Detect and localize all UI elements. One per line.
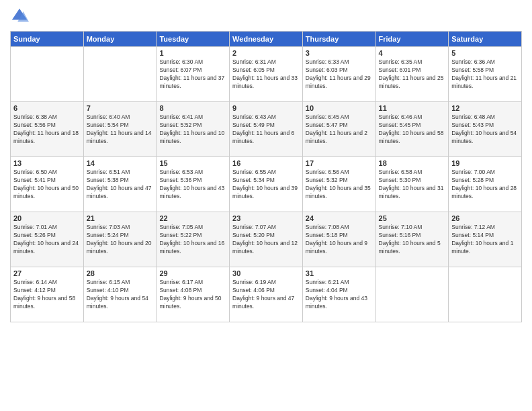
header-cell-monday: Monday: [83, 32, 157, 47]
cell-3-5: 25Sunrise: 7:10 AMSunset: 5:16 PMDayligh…: [375, 212, 449, 267]
cell-0-3: 2Sunrise: 6:31 AMSunset: 6:05 PMDaylight…: [230, 47, 303, 102]
day-number: 10: [306, 104, 373, 112]
cell-info: Sunrise: 7:03 AMSunset: 5:24 PMDaylight:…: [87, 224, 154, 256]
header-cell-sunday: Sunday: [11, 32, 84, 47]
cell-1-2: 8Sunrise: 6:41 AMSunset: 5:52 PMDaylight…: [157, 102, 230, 157]
logo: [10, 7, 32, 26]
header: [10, 7, 522, 26]
cell-3-0: 20Sunrise: 7:01 AMSunset: 5:26 PMDayligh…: [11, 212, 84, 267]
header-cell-saturday: Saturday: [449, 32, 522, 47]
cell-0-2: 1Sunrise: 6:30 AMSunset: 6:07 PMDaylight…: [157, 47, 230, 102]
cell-1-6: 12Sunrise: 6:48 AMSunset: 5:43 PMDayligh…: [449, 102, 522, 157]
cell-4-4: 31Sunrise: 6:21 AMSunset: 4:04 PMDayligh…: [302, 267, 375, 322]
page: SundayMondayTuesdayWednesdayThursdayFrid…: [0, 0, 532, 411]
day-number: 11: [379, 104, 446, 112]
day-number: 23: [232, 214, 300, 222]
cell-info: Sunrise: 6:53 AMSunset: 5:36 PMDaylight:…: [159, 169, 226, 201]
cell-1-5: 11Sunrise: 6:46 AMSunset: 5:45 PMDayligh…: [375, 102, 449, 157]
week-row-4: 27Sunrise: 6:14 AMSunset: 4:12 PMDayligh…: [11, 267, 522, 322]
day-number: 28: [87, 269, 154, 277]
day-number: 29: [159, 269, 226, 277]
day-number: 7: [87, 104, 154, 112]
cell-2-2: 15Sunrise: 6:53 AMSunset: 5:36 PMDayligh…: [157, 157, 230, 212]
cell-0-5: 4Sunrise: 6:35 AMSunset: 6:01 PMDaylight…: [375, 47, 449, 102]
day-number: 3: [306, 49, 373, 57]
cell-3-3: 23Sunrise: 7:07 AMSunset: 5:20 PMDayligh…: [230, 212, 303, 267]
cell-3-2: 22Sunrise: 7:05 AMSunset: 5:22 PMDayligh…: [157, 212, 230, 267]
cell-info: Sunrise: 7:00 AMSunset: 5:28 PMDaylight:…: [451, 169, 519, 201]
cell-info: Sunrise: 7:10 AMSunset: 5:16 PMDaylight:…: [379, 224, 446, 256]
cell-info: Sunrise: 7:08 AMSunset: 5:18 PMDaylight:…: [306, 224, 373, 256]
week-row-3: 20Sunrise: 7:01 AMSunset: 5:26 PMDayligh…: [11, 212, 522, 267]
cell-info: Sunrise: 6:43 AMSunset: 5:49 PMDaylight:…: [232, 113, 300, 146]
day-number: 18: [379, 159, 446, 167]
cell-info: Sunrise: 6:33 AMSunset: 6:03 PMDaylight:…: [306, 58, 373, 91]
day-number: 15: [159, 159, 226, 167]
cell-2-1: 14Sunrise: 6:51 AMSunset: 5:38 PMDayligh…: [83, 157, 157, 212]
cell-3-1: 21Sunrise: 7:03 AMSunset: 5:24 PMDayligh…: [83, 212, 157, 267]
cell-4-0: 27Sunrise: 6:14 AMSunset: 4:12 PMDayligh…: [11, 267, 84, 322]
cell-2-5: 18Sunrise: 6:58 AMSunset: 5:30 PMDayligh…: [375, 157, 449, 212]
day-number: 30: [232, 269, 300, 277]
cell-info: Sunrise: 6:31 AMSunset: 6:05 PMDaylight:…: [232, 58, 300, 91]
cell-info: Sunrise: 6:38 AMSunset: 5:56 PMDaylight:…: [13, 113, 81, 146]
cell-4-2: 29Sunrise: 6:17 AMSunset: 4:08 PMDayligh…: [157, 267, 230, 322]
cell-info: Sunrise: 6:14 AMSunset: 4:12 PMDaylight:…: [13, 279, 81, 311]
day-number: 9: [232, 104, 300, 112]
cell-info: Sunrise: 6:21 AMSunset: 4:04 PMDaylight:…: [306, 279, 373, 311]
logo-icon: [10, 7, 29, 26]
cell-0-1: [83, 47, 157, 102]
cell-4-1: 28Sunrise: 6:15 AMSunset: 4:10 PMDayligh…: [83, 267, 157, 322]
day-number: 22: [159, 214, 226, 222]
header-cell-friday: Friday: [375, 32, 449, 47]
day-number: 8: [159, 104, 226, 112]
day-number: 26: [451, 214, 519, 222]
day-number: 14: [87, 159, 154, 167]
cell-0-4: 3Sunrise: 6:33 AMSunset: 6:03 PMDaylight…: [302, 47, 375, 102]
header-cell-wednesday: Wednesday: [230, 32, 303, 47]
cell-info: Sunrise: 6:17 AMSunset: 4:08 PMDaylight:…: [159, 279, 226, 311]
cell-info: Sunrise: 6:46 AMSunset: 5:45 PMDaylight:…: [379, 113, 446, 146]
cell-1-3: 9Sunrise: 6:43 AMSunset: 5:49 PMDaylight…: [230, 102, 303, 157]
cell-info: Sunrise: 7:05 AMSunset: 5:22 PMDaylight:…: [159, 224, 226, 256]
cell-2-0: 13Sunrise: 6:50 AMSunset: 5:41 PMDayligh…: [11, 157, 84, 212]
cell-info: Sunrise: 6:36 AMSunset: 5:58 PMDaylight:…: [451, 58, 519, 91]
cell-info: Sunrise: 6:50 AMSunset: 5:41 PMDaylight:…: [13, 169, 81, 201]
cell-2-4: 17Sunrise: 6:56 AMSunset: 5:32 PMDayligh…: [302, 157, 375, 212]
day-number: 20: [13, 214, 81, 222]
cell-2-3: 16Sunrise: 6:55 AMSunset: 5:34 PMDayligh…: [230, 157, 303, 212]
cell-3-6: 26Sunrise: 7:12 AMSunset: 5:14 PMDayligh…: [449, 212, 522, 267]
cell-info: Sunrise: 6:35 AMSunset: 6:01 PMDaylight:…: [379, 58, 446, 91]
cell-1-0: 6Sunrise: 6:38 AMSunset: 5:56 PMDaylight…: [11, 102, 84, 157]
cell-info: Sunrise: 6:41 AMSunset: 5:52 PMDaylight:…: [159, 113, 226, 146]
cell-info: Sunrise: 6:40 AMSunset: 5:54 PMDaylight:…: [87, 113, 154, 146]
week-row-2: 13Sunrise: 6:50 AMSunset: 5:41 PMDayligh…: [11, 157, 522, 212]
header-cell-thursday: Thursday: [302, 32, 375, 47]
cell-4-3: 30Sunrise: 6:19 AMSunset: 4:06 PMDayligh…: [230, 267, 303, 322]
calendar-table: SundayMondayTuesdayWednesdayThursdayFrid…: [10, 31, 522, 322]
day-number: 4: [379, 49, 446, 57]
day-number: 1: [159, 49, 226, 57]
day-number: 13: [13, 159, 81, 167]
day-number: 2: [232, 49, 300, 57]
week-row-0: 1Sunrise: 6:30 AMSunset: 6:07 PMDaylight…: [11, 47, 522, 102]
cell-info: Sunrise: 6:48 AMSunset: 5:43 PMDaylight:…: [451, 113, 519, 146]
cell-info: Sunrise: 6:30 AMSunset: 6:07 PMDaylight:…: [159, 58, 226, 91]
day-number: 24: [306, 214, 373, 222]
cell-info: Sunrise: 6:15 AMSunset: 4:10 PMDaylight:…: [87, 279, 154, 311]
cell-0-6: 5Sunrise: 6:36 AMSunset: 5:58 PMDaylight…: [449, 47, 522, 102]
day-number: 31: [306, 269, 373, 277]
cell-info: Sunrise: 7:01 AMSunset: 5:26 PMDaylight:…: [13, 224, 81, 256]
cell-info: Sunrise: 6:55 AMSunset: 5:34 PMDaylight:…: [232, 169, 300, 201]
day-number: 17: [306, 159, 373, 167]
week-row-1: 6Sunrise: 6:38 AMSunset: 5:56 PMDaylight…: [11, 102, 522, 157]
header-cell-tuesday: Tuesday: [157, 32, 230, 47]
cell-1-1: 7Sunrise: 6:40 AMSunset: 5:54 PMDaylight…: [83, 102, 157, 157]
cell-4-6: [449, 267, 522, 322]
cell-2-6: 19Sunrise: 7:00 AMSunset: 5:28 PMDayligh…: [449, 157, 522, 212]
day-number: 19: [451, 159, 519, 167]
day-number: 5: [451, 49, 519, 57]
day-number: 12: [451, 104, 519, 112]
day-number: 25: [379, 214, 446, 222]
cell-4-5: [375, 267, 449, 322]
